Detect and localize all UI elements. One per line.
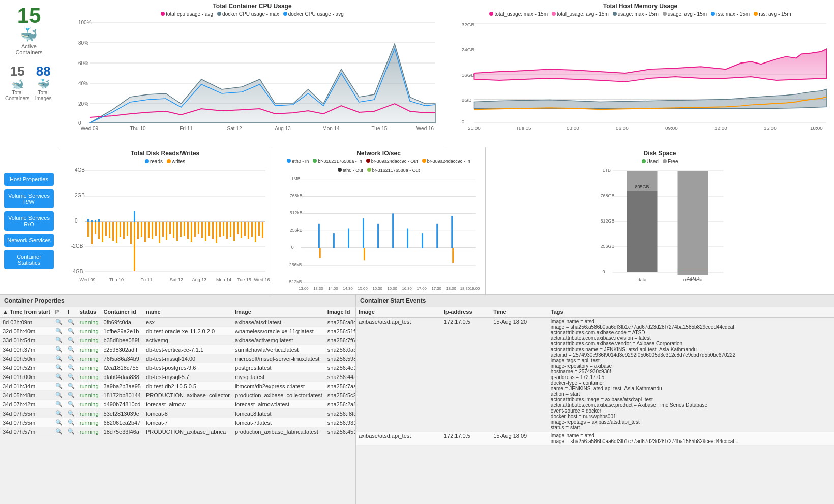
- td-i[interactable]: 🔍: [65, 327, 77, 336]
- th-event-time[interactable]: Time: [491, 307, 548, 317]
- volume-services-rw-button[interactable]: Volume Services R/W: [4, 189, 54, 208]
- td-p[interactable]: 🔍: [53, 391, 65, 400]
- net-bar-4: [363, 218, 364, 248]
- images-icon: 🐳: [34, 78, 53, 90]
- search-icon-i[interactable]: 🔍: [68, 337, 75, 343]
- search-icon-i[interactable]: 🔍: [68, 346, 75, 352]
- container-events-table-container[interactable]: Image Ip-address Time Tags axibase/atsd:…: [356, 307, 834, 504]
- event-time-2: 15-Aug 18:09: [491, 432, 548, 446]
- search-icon-i[interactable]: 🔍: [68, 410, 75, 416]
- search-icon-p[interactable]: 🔍: [55, 364, 63, 370]
- th-status[interactable]: status: [77, 307, 101, 317]
- search-icon-p[interactable]: 🔍: [55, 373, 63, 380]
- search-icon-p[interactable]: 🔍: [55, 401, 63, 407]
- td-containerid: 18172bb80144: [101, 391, 143, 400]
- td-p[interactable]: 🔍: [53, 336, 65, 345]
- td-i[interactable]: 🔍: [65, 336, 77, 345]
- search-icon-p[interactable]: 🔍: [55, 392, 63, 398]
- search-icon-p[interactable]: 🔍: [55, 319, 63, 325]
- net-y-neg256kb: -256kB: [288, 262, 302, 267]
- td-i[interactable]: 🔍: [65, 400, 77, 409]
- td-image: tomcat-7:latest: [232, 418, 325, 427]
- td-image: postgres:latest: [232, 363, 325, 372]
- search-icon-p[interactable]: 🔍: [55, 328, 63, 334]
- th-i[interactable]: I: [65, 307, 77, 317]
- search-icon-p[interactable]: 🔍: [55, 383, 63, 389]
- search-icon-i[interactable]: 🔍: [68, 328, 75, 334]
- td-i[interactable]: 🔍: [65, 409, 77, 418]
- td-p[interactable]: 🔍: [53, 317, 65, 327]
- legend-br38-out: br-389a24dacc9c - Out: [366, 159, 418, 164]
- th-event-image[interactable]: Image: [356, 307, 441, 317]
- search-icon-i[interactable]: 🔍: [68, 355, 75, 361]
- search-icon-i[interactable]: 🔍: [68, 428, 75, 434]
- td-i[interactable]: 🔍: [65, 382, 77, 391]
- th-imageid[interactable]: Image Id: [325, 307, 355, 317]
- write-bar-38: [219, 222, 221, 237]
- drw-x-mon14: Mon 14: [216, 277, 231, 282]
- td-p[interactable]: 🔍: [53, 400, 65, 409]
- td-p[interactable]: 🔍: [53, 409, 65, 418]
- table-row: 34d 07h:57m 🔍 🔍 running 18d75e33f46a PRO…: [0, 427, 355, 436]
- td-i[interactable]: 🔍: [65, 354, 77, 363]
- td-p[interactable]: 🔍: [53, 372, 65, 382]
- net-x-1500: 15:00: [358, 286, 367, 291]
- top-section: 15 🐳 ActiveContainers 15 🐋 Total Contain…: [0, 0, 834, 147]
- th-event-ip[interactable]: Ip-address: [441, 307, 491, 317]
- drw-x-wed09: Wed 09: [80, 277, 96, 282]
- td-p[interactable]: 🔍: [53, 363, 65, 372]
- ds-x-data: data: [638, 277, 647, 282]
- td-p[interactable]: 🔍: [53, 418, 65, 427]
- search-icon-p[interactable]: 🔍: [55, 410, 63, 416]
- ds-y-1tb: 1TB: [603, 168, 611, 173]
- search-icon-i[interactable]: 🔍: [68, 364, 75, 370]
- search-icon-i[interactable]: 🔍: [68, 383, 75, 389]
- net-x-1700: 17:00: [416, 286, 426, 291]
- td-i[interactable]: 🔍: [65, 345, 77, 354]
- th-name[interactable]: name: [143, 307, 232, 317]
- th-containerid[interactable]: Container id: [101, 307, 143, 317]
- cpu-chart-panel: Total Container CPU Usage total cpu usag…: [58, 0, 446, 147]
- totals-row: 15 🐋 Total Containers 88 🐳 Total Images: [5, 65, 53, 101]
- th-time[interactable]: ▲ Time from start: [0, 307, 53, 317]
- container-statistics-button[interactable]: Container Statistics: [4, 250, 54, 269]
- td-i[interactable]: 🔍: [65, 372, 77, 382]
- container-properties-table-container[interactable]: ▲ Time from start P I status Container i…: [0, 307, 355, 504]
- drw-y-0: 0: [75, 218, 78, 224]
- td-p[interactable]: 🔍: [53, 382, 65, 391]
- td-containerid: dfab04daa838: [101, 372, 143, 382]
- td-imageid: sha256:a8c8...: [325, 317, 355, 327]
- search-icon-i[interactable]: 🔍: [68, 319, 75, 325]
- td-i[interactable]: 🔍: [65, 317, 77, 327]
- search-icon-i[interactable]: 🔍: [68, 419, 75, 425]
- td-containerid: f2ca1818c755: [101, 363, 143, 372]
- search-icon-i[interactable]: 🔍: [68, 392, 75, 398]
- search-icon-p[interactable]: 🔍: [55, 346, 63, 352]
- network-services-button[interactable]: Network Services: [4, 234, 54, 247]
- active-count: 15: [15, 5, 42, 26]
- write-bar-14-big: [134, 222, 135, 271]
- search-icon-p[interactable]: 🔍: [55, 428, 63, 434]
- td-p[interactable]: 🔍: [53, 427, 65, 436]
- td-p[interactable]: 🔍: [53, 327, 65, 336]
- td-i[interactable]: 🔍: [65, 418, 77, 427]
- volume-services-ro-button[interactable]: Volume Services R/O: [4, 211, 54, 231]
- search-icon-i[interactable]: 🔍: [68, 373, 75, 380]
- td-p[interactable]: 🔍: [53, 354, 65, 363]
- td-i[interactable]: 🔍: [65, 391, 77, 400]
- search-icon-p[interactable]: 🔍: [55, 419, 63, 425]
- write-bar-9: [116, 222, 117, 243]
- td-time: 8d 03h:09m: [0, 317, 53, 327]
- th-event-tags[interactable]: Tags: [548, 307, 834, 317]
- search-icon-i[interactable]: 🔍: [68, 401, 75, 407]
- search-icon-p[interactable]: 🔍: [55, 355, 63, 361]
- host-properties-button[interactable]: Host Properties: [4, 173, 54, 186]
- th-p[interactable]: P: [53, 307, 65, 317]
- search-icon-p[interactable]: 🔍: [55, 337, 63, 343]
- td-i[interactable]: 🔍: [65, 363, 77, 372]
- th-image[interactable]: Image: [232, 307, 325, 317]
- td-i[interactable]: 🔍: [65, 427, 77, 436]
- write-bar-12: [127, 222, 128, 236]
- td-status: running: [77, 345, 101, 354]
- td-p[interactable]: 🔍: [53, 345, 65, 354]
